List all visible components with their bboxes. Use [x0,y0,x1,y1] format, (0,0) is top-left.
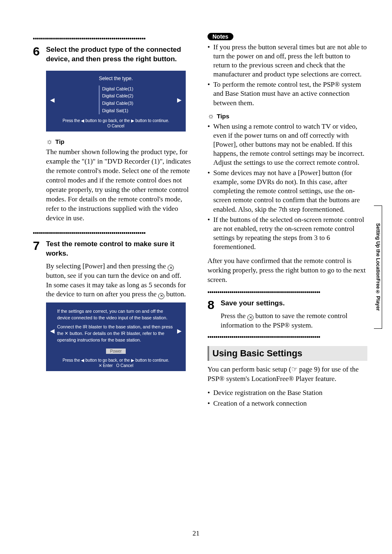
step-8: 8 Save your settings. Press the ✕ button… [208,299,367,330]
step-7-body-2: In some cases it may take as long as 5 s… [46,281,193,300]
list-item: If the buttons of the selected on-screen… [208,215,367,252]
list-item: To perform the remote control test, the … [208,80,367,107]
list-item: Some devices may not have a [Power] butt… [208,169,367,214]
divider-dots: ••••••••••••••••••••••••••••••••••••••••… [208,289,367,295]
page-number: 21 [0,529,392,538]
list-item: If you press the button several times bu… [208,43,367,79]
list-item: Digital Sat(1) [102,107,134,115]
screen-body-text: Connect the IR blaster to the base stati… [57,324,175,344]
hand-icon: ☞ [291,365,297,374]
screen-nav-hint: Press the ◀ button to go back, or the ▶ … [50,118,182,123]
after-text: After you have confirmed that the remote… [208,256,367,285]
tip-text: The number shown following the product t… [46,148,193,223]
screenshot-test-remote: ◀ If the settings are correct, you can t… [46,302,186,371]
list-item: When using a remote control to watch TV … [208,122,367,167]
type-list: Digital Cable(1) Digital Cable(2) Digita… [99,85,134,114]
step-number: 6 [33,45,46,67]
divider-dots: ••••••••••••••••••••••••••••••••••••••••… [208,334,367,340]
list-item: Creation of a network connection [208,399,367,408]
x-button-icon: ✕ [158,293,164,299]
step-7-body: By selecting [Power] and then pressing t… [46,262,193,281]
x-button-icon: ✕ [247,314,254,321]
tip-icon: ☼ [46,137,53,146]
screen-body-text: If the settings are correct, you can tur… [57,308,175,321]
tip-icon: ☼ [208,112,214,120]
screen-sub-hint: ✕ Enter O Cancel [50,363,182,368]
step-8-title: Save your settings. [221,299,367,308]
tips-list: When using a remote control to watch TV … [208,122,367,252]
screenshot-select-type: Select the type. ◀ Digital Cable(1) Digi… [46,71,186,132]
tip-label: Tip [55,138,65,145]
arrow-left-icon: ◀ [50,97,55,103]
power-button: Power [106,349,126,354]
list-item: Digital Cable(2) [102,92,134,100]
screen-nav-hint: Press the ◀ button to go back, or the ▶ … [50,358,182,362]
list-item: Digital Cable(3) [102,100,134,107]
step-6-title: Select the product type of the connected… [46,45,193,64]
divider-dots: ••••••••••••••••••••••••••••••••••••••••… [33,230,193,236]
step-8-body: Press the ✕ button to save the remote co… [221,312,367,330]
section-body: You can perform basic setup (☞ page 9) f… [208,365,367,384]
notes-list: If you press the button several times bu… [208,43,367,108]
arrow-right-icon: ▶ [177,328,182,334]
screen-title: Select the type. [50,76,182,81]
step-7: 7 Test the remote control to make sure i… [33,240,193,300]
list-item: Digital Cable(1) [102,85,134,93]
step-7-title: Test the remote control to make sure it … [46,240,193,259]
tips-label: Tips [217,113,230,120]
basic-settings-list: Device registration on the Base Station … [208,388,367,408]
list-item: Device registration on the Base Station [208,388,367,397]
notes-label: Notes [208,33,233,40]
step-number: 7 [33,240,46,300]
section-heading: Using Basic Settings [208,346,367,361]
arrow-left-icon: ◀ [50,328,55,334]
arrow-right-icon: ▶ [177,97,182,103]
step-6: 6 Select the product type of the connect… [33,45,193,67]
divider-dots: ••••••••••••••••••••••••••••••••••••••••… [33,35,193,42]
screen-sub-hint: O Cancel [50,124,182,128]
step-number: 8 [208,299,221,330]
side-tab: Setting Up the LocationFree® Player [374,205,382,329]
x-button-icon: ✕ [168,265,174,271]
